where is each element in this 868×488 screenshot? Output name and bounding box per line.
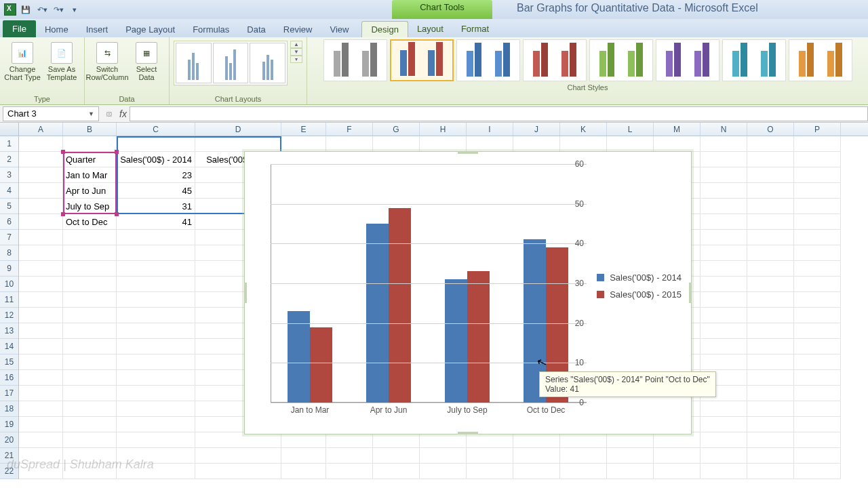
chart-style-thumb[interactable] <box>656 39 719 81</box>
cell[interactable] <box>19 136 63 152</box>
cell[interactable] <box>701 354 747 370</box>
tab-format[interactable]: Format <box>452 21 498 37</box>
cell[interactable] <box>794 354 841 370</box>
cell[interactable] <box>63 401 117 417</box>
row-header[interactable]: 1 <box>0 136 18 152</box>
cell[interactable] <box>19 386 63 401</box>
cell[interactable] <box>117 339 195 354</box>
cell[interactable]: 41 <box>117 214 195 230</box>
cell[interactable] <box>794 417 841 432</box>
cell[interactable] <box>19 339 63 354</box>
column-header[interactable]: O <box>747 123 794 136</box>
cell[interactable] <box>513 432 560 448</box>
cell[interactable] <box>747 339 794 354</box>
cell[interactable] <box>19 199 63 214</box>
cell[interactable] <box>326 136 373 152</box>
cell[interactable] <box>747 292 794 308</box>
cell[interactable] <box>420 136 467 152</box>
select-all-corner[interactable] <box>0 123 19 136</box>
cell[interactable] <box>701 323 747 339</box>
tab-home[interactable]: Home <box>36 22 77 37</box>
cell[interactable] <box>794 401 841 417</box>
cell[interactable] <box>794 308 841 323</box>
cell[interactable] <box>467 136 513 152</box>
tab-insert[interactable]: Insert <box>77 22 117 37</box>
redo-icon[interactable]: ↷▾ <box>52 3 65 16</box>
chart-style-thumb[interactable] <box>390 39 454 81</box>
cell[interactable] <box>63 432 117 448</box>
cell[interactable] <box>654 432 701 448</box>
cell[interactable] <box>701 464 747 479</box>
column-header[interactable]: G <box>373 123 420 136</box>
tab-file[interactable]: File <box>3 20 36 37</box>
tab-page-layout[interactable]: Page Layout <box>117 22 184 37</box>
range-handle[interactable] <box>61 150 65 154</box>
save-icon[interactable]: 💾 <box>19 3 33 16</box>
cell[interactable] <box>747 152 794 167</box>
column-header[interactable]: M <box>654 123 701 136</box>
cell[interactable] <box>326 464 373 479</box>
resize-handle[interactable] <box>244 283 247 303</box>
cell[interactable] <box>63 136 117 152</box>
cell[interactable] <box>747 214 794 230</box>
row-header[interactable]: 15 <box>0 354 18 370</box>
chart-layouts-scroll[interactable]: ▲▼▾ <box>290 41 302 63</box>
column-header[interactable]: K <box>560 123 607 136</box>
cell[interactable] <box>63 277 117 292</box>
cell[interactable] <box>19 214 63 230</box>
row-header[interactable]: 14 <box>0 339 18 354</box>
cell[interactable] <box>63 230 117 245</box>
tab-data[interactable]: Data <box>238 22 274 37</box>
cell[interactable] <box>467 448 513 464</box>
resize-handle[interactable] <box>458 151 478 154</box>
cell[interactable] <box>794 464 841 479</box>
cell[interactable] <box>747 230 794 245</box>
cell[interactable] <box>63 354 117 370</box>
cell[interactable] <box>794 370 841 386</box>
cell[interactable] <box>195 448 281 464</box>
cell[interactable] <box>117 370 195 386</box>
column-header[interactable]: I <box>467 123 513 136</box>
row-header[interactable]: 8 <box>0 245 18 261</box>
column-header[interactable]: B <box>63 123 117 136</box>
cell[interactable] <box>701 230 747 245</box>
row-header[interactable]: 3 <box>0 167 18 183</box>
embedded-chart[interactable]: 0102030405060 Jan to MarApr to JunJuly t… <box>244 151 692 434</box>
row-header[interactable]: 6 <box>0 214 18 230</box>
cell[interactable] <box>19 354 63 370</box>
cell[interactable] <box>701 183 747 199</box>
cell[interactable] <box>654 448 701 464</box>
row-header[interactable]: 12 <box>0 308 18 323</box>
resize-handle[interactable] <box>458 432 478 434</box>
cell[interactable] <box>607 448 654 464</box>
cell[interactable] <box>701 277 747 292</box>
cell[interactable] <box>281 136 326 152</box>
legend-entry[interactable]: Sales('00$) - 2014 <box>610 272 682 283</box>
cell[interactable] <box>195 136 281 152</box>
cell[interactable] <box>117 432 195 448</box>
cell[interactable] <box>747 199 794 214</box>
cell[interactable] <box>747 417 794 432</box>
cell[interactable] <box>747 432 794 448</box>
cell[interactable] <box>373 432 420 448</box>
cell[interactable] <box>63 245 117 261</box>
cell[interactable] <box>701 167 747 183</box>
cell[interactable] <box>63 417 117 432</box>
range-handle[interactable] <box>115 150 119 154</box>
cell[interactable] <box>63 370 117 386</box>
column-header[interactable]: D <box>195 123 281 136</box>
qat-customize-icon[interactable]: ▾ <box>68 3 81 16</box>
cell[interactable] <box>794 214 841 230</box>
cell[interactable] <box>701 308 747 323</box>
cell[interactable] <box>747 261 794 277</box>
cell[interactable] <box>117 354 195 370</box>
cell[interactable] <box>794 183 841 199</box>
cell[interactable] <box>281 464 326 479</box>
cell[interactable]: Sales('00$) - 2014 <box>117 152 195 167</box>
chevron-down-icon[interactable]: ▼ <box>88 110 94 117</box>
cell[interactable] <box>19 277 63 292</box>
cell[interactable]: Oct to Dec <box>63 214 117 230</box>
select-data-button[interactable]: ▦Select Data <box>128 41 165 81</box>
cell[interactable] <box>701 261 747 277</box>
cell[interactable] <box>117 292 195 308</box>
